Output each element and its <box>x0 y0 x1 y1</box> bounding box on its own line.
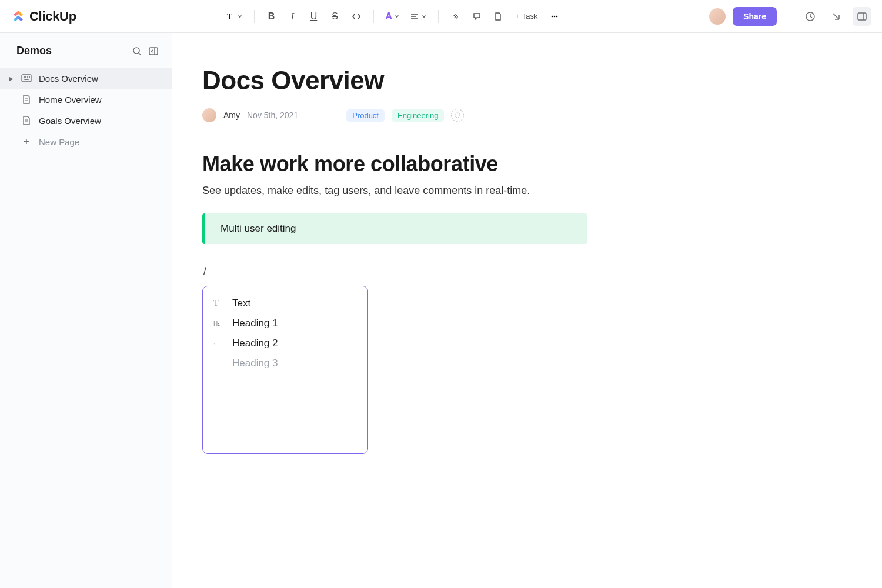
svg-rect-16 <box>24 79 29 80</box>
sidebar-search-button[interactable] <box>132 46 142 56</box>
sidebar-item-label: Docs Overview <box>39 74 98 83</box>
tag-plus-icon <box>454 112 461 119</box>
search-icon <box>132 46 142 56</box>
text-style-dropdown[interactable]: T <box>222 8 246 25</box>
slash-menu-item-text[interactable]: T Text <box>203 293 368 313</box>
italic-button[interactable]: I <box>284 8 302 25</box>
comment-icon <box>472 12 482 21</box>
tag-product[interactable]: Product <box>346 109 385 122</box>
svg-point-13 <box>25 76 26 78</box>
page-button[interactable] <box>489 8 507 25</box>
add-task-button[interactable]: + Task <box>510 9 542 23</box>
sidebar: Demos ▶ Docs Overview <box>0 33 172 588</box>
clickup-logo-icon <box>11 9 26 24</box>
bold-button[interactable]: B <box>263 8 280 25</box>
brand-logo[interactable]: ClickUp <box>11 9 76 24</box>
toolbar-divider <box>373 10 374 23</box>
callout-block[interactable]: Multi user editing <box>202 213 587 244</box>
svg-point-12 <box>24 76 25 78</box>
chevron-down-icon <box>422 14 426 19</box>
slash-command-input[interactable]: / <box>202 265 649 278</box>
share-button[interactable]: Share <box>733 7 777 26</box>
sidebar-header: Demos <box>0 45 172 68</box>
task-label: Task <box>522 12 538 21</box>
menu-item-label: Heading 1 <box>232 318 278 329</box>
add-tag-button[interactable] <box>451 109 464 122</box>
svg-point-14 <box>27 76 28 78</box>
slash-command-menu: T Text H₁ Heading 1 · Heading 2 Heading … <box>202 286 368 454</box>
sidebar-collapse-button[interactable] <box>148 46 159 56</box>
author-name: Amy <box>223 111 240 120</box>
expand-triangle-icon[interactable]: ▶ <box>8 75 14 82</box>
sidebar-toggle-button[interactable] <box>853 7 871 26</box>
document-icon <box>21 115 32 126</box>
svg-point-3 <box>556 15 558 17</box>
sidebar-item-goals-overview[interactable]: Goals Overview <box>0 110 172 131</box>
section-heading[interactable]: Make work more collaborative <box>202 152 649 176</box>
svg-point-7 <box>133 48 139 54</box>
chevron-down-icon <box>238 14 242 19</box>
sidebar-item-label: Home Overview <box>39 95 102 105</box>
tag-engineering[interactable]: Engineering <box>392 109 444 122</box>
sidebar-item-label: Goals Overview <box>39 116 101 126</box>
strikethrough-button[interactable]: S <box>326 8 344 25</box>
keyboard-icon <box>21 73 32 83</box>
menu-item-label: Heading 2 <box>232 338 278 349</box>
plus-icon: + <box>21 136 32 147</box>
text-icon: T <box>226 12 235 21</box>
sidebar-list: ▶ Docs Overview Home Overview <box>0 68 172 152</box>
toolbar-divider <box>254 10 255 23</box>
sidebar-item-docs-overview[interactable]: ▶ Docs Overview <box>0 68 172 89</box>
svg-point-2 <box>554 15 556 17</box>
h1-icon: H₁ <box>213 320 223 327</box>
section-paragraph[interactable]: See updates, make edits, tag users, and … <box>202 185 649 197</box>
top-toolbar: ClickUp T B I U S A <box>0 0 882 33</box>
text-icon: T <box>213 299 223 308</box>
code-button[interactable] <box>348 8 365 25</box>
slash-menu-item-heading1[interactable]: H₁ Heading 1 <box>203 313 368 333</box>
history-button[interactable] <box>801 7 820 26</box>
chevron-down-icon <box>395 14 399 19</box>
toolbar-divider <box>438 10 439 23</box>
slash-menu-item-heading2[interactable]: · Heading 2 <box>203 333 368 353</box>
sidebar-new-page-button[interactable]: + New Page <box>0 131 172 152</box>
align-dropdown[interactable] <box>406 8 430 25</box>
topbar-actions: Share <box>709 7 871 26</box>
svg-point-15 <box>29 76 30 78</box>
svg-point-1 <box>552 15 553 17</box>
align-left-icon <box>410 12 419 21</box>
h2-icon: · <box>213 340 223 347</box>
plus-icon: + <box>515 12 520 21</box>
sidebar-item-home-overview[interactable]: Home Overview <box>0 89 172 110</box>
ellipsis-icon <box>550 12 559 21</box>
more-button[interactable] <box>546 8 563 25</box>
document-main: Docs Overview Amy Nov 5th, 2021 Product … <box>172 33 882 588</box>
download-icon <box>831 11 841 22</box>
comment-button[interactable] <box>468 8 486 25</box>
download-button[interactable] <box>827 7 846 26</box>
page-icon <box>493 12 503 21</box>
menu-item-label: Text <box>232 298 250 309</box>
callout-text: Multi user editing <box>220 223 296 234</box>
author-avatar[interactable] <box>202 108 216 122</box>
document-title[interactable]: Docs Overview <box>202 66 649 95</box>
link-icon <box>451 12 460 21</box>
svg-text:T: T <box>227 12 232 21</box>
link-button[interactable] <box>447 8 465 25</box>
svg-rect-5 <box>858 13 866 20</box>
svg-point-21 <box>455 113 460 118</box>
menu-item-label: Heading 3 <box>232 358 278 369</box>
panel-icon <box>857 11 867 22</box>
toolbar-divider <box>789 10 789 23</box>
underline-button[interactable]: U <box>305 8 323 25</box>
slash-menu-item-heading3[interactable]: Heading 3 <box>203 353 368 373</box>
code-icon <box>352 12 361 21</box>
clock-icon <box>805 11 816 22</box>
formatting-toolbar: T B I U S A <box>76 8 709 25</box>
document-icon <box>21 94 32 105</box>
svg-rect-11 <box>22 75 31 82</box>
user-avatar[interactable] <box>709 8 726 25</box>
text-color-dropdown[interactable]: A <box>382 8 403 25</box>
brand-name: ClickUp <box>29 9 76 24</box>
collapse-panel-icon <box>148 46 159 56</box>
